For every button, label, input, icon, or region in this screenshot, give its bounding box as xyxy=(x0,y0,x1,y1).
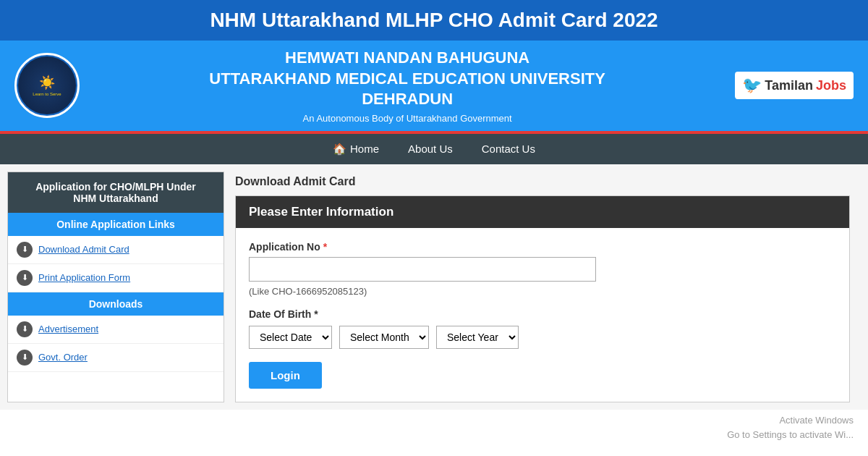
nav-home[interactable]: 🏠 Home xyxy=(333,143,379,156)
tamilan-logo-icon: 🐦 xyxy=(742,76,762,95)
download-admit-icon: ⬇ xyxy=(17,242,33,258)
title-bar: NHM Uttarakhand MLHP CHO Admit Card 2022 xyxy=(0,0,868,41)
app-no-label: Application No * xyxy=(249,241,836,253)
sidebar: Application for CHO/MLPH UnderNHM Uttara… xyxy=(7,172,224,402)
login-button[interactable]: Login xyxy=(249,362,322,389)
download-admit-link[interactable]: Download Admit Card xyxy=(38,244,129,255)
downloads-section-title: Downloads xyxy=(8,292,224,316)
sidebar-header: Application for CHO/MLPH UnderNHM Uttara… xyxy=(8,172,224,213)
advertisement-link[interactable]: Advertisement xyxy=(38,324,98,334)
tamilan-jobs-logo: 🐦 Tamilan Jobs xyxy=(735,72,854,99)
sidebar-item-download-admit[interactable]: ⬇ Download Admit Card xyxy=(8,236,224,264)
nav-bar: 🏠 Home About Us Contact Us xyxy=(0,134,868,164)
sidebar-item-advertisement[interactable]: ⬇ Advertisement xyxy=(8,316,224,344)
govt-order-link[interactable]: Govt. Order xyxy=(38,352,88,363)
select-date-dropdown[interactable]: Select Date xyxy=(249,326,332,349)
right-content: Download Admit Card Please Enter Informa… xyxy=(224,172,861,402)
select-month-dropdown[interactable]: Select Month xyxy=(339,326,429,349)
govt-order-icon: ⬇ xyxy=(17,350,33,366)
select-year-dropdown[interactable]: Select Year xyxy=(436,326,519,349)
windows-watermark: Activate Windows Go to Settings to activ… xyxy=(727,413,854,442)
print-application-link[interactable]: Print Application Form xyxy=(38,272,130,283)
required-marker: * xyxy=(323,241,327,253)
section-title: Download Admit Card xyxy=(235,175,850,188)
nav-contact-us[interactable]: Contact Us xyxy=(482,143,535,156)
form-body: Application No * (Like CHO-1666952085123… xyxy=(236,228,849,402)
form-card: Please Enter Information Application No … xyxy=(235,195,850,402)
application-number-input[interactable] xyxy=(249,257,596,282)
form-card-header: Please Enter Information xyxy=(236,196,849,228)
sidebar-item-govt-order[interactable]: ⬇ Govt. Order xyxy=(8,344,224,372)
university-header: ☀️ Learn to Serve HEMWATI NANDAN BAHUGUN… xyxy=(0,41,868,131)
print-form-icon: ⬇ xyxy=(17,270,33,286)
main-content: Application for CHO/MLPH UnderNHM Uttara… xyxy=(0,164,868,410)
university-title-block: HEMWATI NANDAN BAHUGUNA UTTARAKHAND MEDI… xyxy=(94,48,720,124)
advertisement-icon: ⬇ xyxy=(17,321,33,337)
dob-label: Date Of Birth * xyxy=(249,308,836,320)
sidebar-item-print-form[interactable]: ⬇ Print Application Form xyxy=(8,264,224,292)
online-links-section-title: Online Application Links xyxy=(8,213,224,236)
app-no-hint: (Like CHO-1666952085123) xyxy=(249,286,836,297)
nav-about-us[interactable]: About Us xyxy=(408,143,453,156)
home-icon: 🏠 xyxy=(333,143,346,156)
page-heading: NHM Uttarakhand MLHP CHO Admit Card 2022 xyxy=(14,9,854,32)
dob-selects: Select Date Select Month Select Year xyxy=(249,326,836,349)
university-logo: ☀️ Learn to Serve xyxy=(14,53,80,118)
dob-required-marker: * xyxy=(314,308,318,320)
